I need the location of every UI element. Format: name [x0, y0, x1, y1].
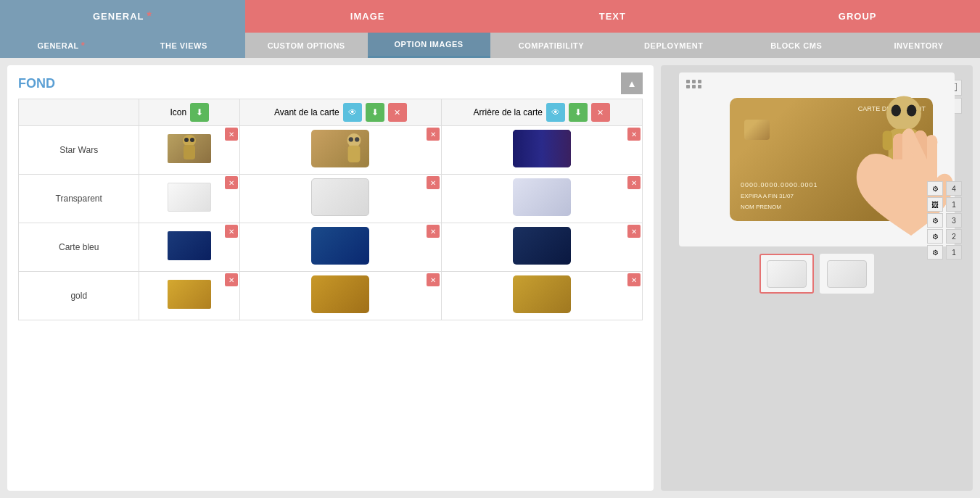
- tab-general[interactable]: GENERAL *: [0, 0, 245, 33]
- subtab-views[interactable]: THE VIEWS: [123, 33, 245, 58]
- icon-download-button[interactable]: ⬇: [190, 103, 209, 122]
- tab-text-label: TEXT: [599, 11, 626, 22]
- arriere-download-button[interactable]: ⬇: [569, 103, 588, 122]
- svg-point-11: [892, 105, 901, 117]
- card-hand-preview: CARTE DE PAIEMENT: [701, 98, 933, 221]
- setting-row-3: ⚙ 3: [927, 213, 962, 228]
- tab-general-label: GENERAL: [93, 11, 144, 22]
- setting-num-3: 3: [946, 213, 962, 228]
- table-row: Star Wars ✕: [19, 126, 643, 175]
- avant-delete-button[interactable]: ✕: [388, 103, 407, 122]
- delete-avant-starwars[interactable]: ✕: [427, 128, 440, 141]
- cell-avant-starwars: ✕: [240, 126, 441, 175]
- delete-arriere-cartebleu[interactable]: ✕: [627, 225, 641, 238]
- delete-avant-gold[interactable]: ✕: [427, 273, 440, 286]
- thumbnail-icon-transparent: [168, 183, 211, 212]
- left-panel: FOND ▲ Icon ⬇: [7, 65, 654, 491]
- subtab-deployment-label: DEPLOYMENT: [644, 41, 703, 50]
- eye-icon-avant: 👁: [348, 107, 357, 117]
- setting-num-img-1: 1: [946, 197, 962, 212]
- svg-point-12: [907, 105, 916, 117]
- setting-num-2: 2: [946, 229, 962, 244]
- cell-arriere-cartebleu: ✕: [441, 223, 642, 272]
- cell-avant-gold: ✕: [240, 272, 441, 320]
- avant-eye-button[interactable]: 👁: [343, 103, 362, 122]
- subtab-compatibility-label: COMPATIBILITY: [519, 41, 584, 50]
- cell-avant-cartebleu: ✕: [240, 223, 441, 272]
- table-row: Carte bleu ✕ ✕ ✕: [19, 223, 643, 272]
- svg-rect-1: [184, 145, 195, 159]
- scroll-up-button[interactable]: ▲: [621, 72, 643, 94]
- icon-col-label: Icon: [170, 107, 186, 117]
- delete-avant-transparent[interactable]: ✕: [427, 176, 440, 189]
- subtab-compatibility[interactable]: COMPATIBILITY: [490, 33, 613, 58]
- thumbnail-arriere-starwars: [513, 130, 571, 167]
- cell-arriere-gold: ✕: [441, 272, 642, 320]
- setting-num-1: 1: [946, 245, 962, 260]
- eye-icon-arriere: 👁: [551, 107, 560, 117]
- option-table: Icon ⬇ Avant de la carte 👁: [18, 99, 643, 320]
- arriere-delete-button[interactable]: ✕: [591, 103, 610, 122]
- grid-dot: [692, 80, 696, 83]
- avant-col-label: Avant de la carte: [274, 107, 339, 117]
- thumbnail-icon-starwars: [168, 134, 211, 163]
- close-icon-avant: ✕: [394, 108, 400, 117]
- delete-arriere-starwars[interactable]: ✕: [627, 128, 641, 141]
- thumbnail-avant-cartebleu: [311, 227, 369, 265]
- thumbnail-1-inner: [767, 260, 807, 288]
- delete-icon-cartebleu[interactable]: ✕: [225, 225, 238, 238]
- setting-gear-3[interactable]: ⚙: [927, 213, 943, 228]
- card-expiry: EXPIRA A FIN 31/07: [741, 193, 794, 199]
- cell-icon-gold: ✕: [139, 272, 240, 320]
- delete-icon-starwars[interactable]: ✕: [225, 128, 238, 141]
- setting-row-4: ⚙ 4: [927, 181, 962, 196]
- svg-rect-5: [348, 146, 361, 162]
- preview-area: CARTE DE PAIEMENT: [679, 72, 955, 246]
- tab-text[interactable]: TEXT: [490, 0, 736, 33]
- thumbnail-1[interactable]: [759, 254, 814, 294]
- svg-point-7: [355, 137, 359, 141]
- setting-gear-1[interactable]: ⚙: [927, 245, 943, 260]
- subtab-views-label: THE VIEWS: [160, 41, 207, 50]
- download-icon-arriere: ⬇: [575, 107, 582, 117]
- tab-group[interactable]: GROUP: [735, 0, 980, 33]
- close-icon-arriere: ✕: [597, 108, 604, 117]
- thumbnail-avant-starwars: [311, 130, 369, 167]
- row-label-cartebleu: Carte bleu: [19, 223, 139, 272]
- col-header-empty: [19, 99, 139, 126]
- col-header-avant: Avant de la carte 👁 ⬇ ✕: [240, 99, 441, 126]
- thumbnail-arriere-transparent: [513, 178, 571, 216]
- subtab-deployment[interactable]: DEPLOYMENT: [612, 33, 735, 58]
- right-panel: CARTE DE PAIEMENT: [661, 65, 973, 491]
- svg-point-3: [190, 138, 194, 142]
- thumbnail-arriere-gold: [513, 275, 571, 313]
- tab-image[interactable]: IMAGE: [245, 0, 490, 33]
- delete-icon-gold[interactable]: ✕: [225, 273, 238, 286]
- c3po-card-icon: [342, 133, 366, 164]
- cell-arriere-transparent: ✕: [441, 175, 642, 223]
- thumbnail-2[interactable]: [820, 254, 874, 294]
- thumbnail-icon-cartebleu: [168, 231, 211, 260]
- arriere-eye-button[interactable]: 👁: [546, 103, 565, 122]
- avant-download-button[interactable]: ⬇: [366, 103, 384, 122]
- row-label-gold: gold: [19, 272, 139, 320]
- svg-point-6: [349, 137, 353, 141]
- setting-gear-2[interactable]: ⚙: [927, 229, 943, 244]
- setting-gear-4[interactable]: ⚙: [927, 181, 943, 196]
- row-label-starwars: Star Wars: [19, 126, 139, 175]
- delete-arriere-transparent[interactable]: ✕: [627, 176, 641, 189]
- subtab-block-cms[interactable]: BLOCK CMS: [735, 33, 857, 58]
- subtab-custom-options[interactable]: CUSTOM OPTIONS: [245, 33, 368, 58]
- thumbnail-2-inner: [827, 260, 867, 288]
- delete-icon-transparent[interactable]: ✕: [225, 176, 238, 189]
- delete-arriere-gold[interactable]: ✕: [627, 273, 641, 286]
- delete-avant-cartebleu[interactable]: ✕: [427, 225, 440, 238]
- subtab-general[interactable]: GENERAL *: [0, 33, 123, 58]
- c3po-small-icon: [178, 135, 200, 162]
- subtab-option-images[interactable]: OPTION IMAGES: [368, 33, 490, 58]
- download-icon: ⬇: [196, 107, 203, 117]
- col-header-icon: Icon ⬇: [139, 99, 240, 126]
- subtab-inventory[interactable]: INVENTORY: [857, 33, 980, 58]
- svg-point-2: [184, 138, 189, 142]
- setting-img-1[interactable]: 🖼: [927, 197, 943, 212]
